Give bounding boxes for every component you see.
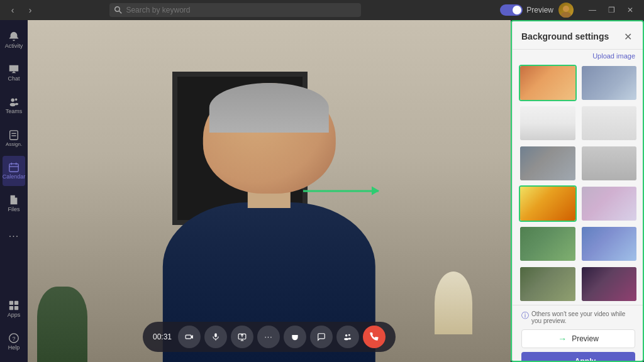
svg-point-0: [115, 7, 120, 12]
search-input[interactable]: [126, 6, 356, 14]
svg-point-32: [348, 337, 352, 339]
share-icon: [238, 332, 247, 341]
sidebar-item-more[interactable]: ···: [3, 221, 25, 251]
bg-thumb-1[interactable]: [519, 65, 577, 101]
arrow-line: [303, 190, 379, 192]
bg-thumb-10[interactable]: [580, 226, 638, 262]
video-background-plant: [37, 287, 87, 362]
svg-line-1: [119, 11, 122, 14]
info-icon: ⓘ: [521, 310, 529, 321]
bg-thumb-5[interactable]: [519, 145, 577, 182]
search-bar[interactable]: [109, 3, 361, 17]
svg-point-3: [561, 12, 571, 18]
sidebar-item-assignments-label: Assign.: [6, 142, 22, 148]
chat-icon: [8, 63, 19, 75]
bg-thumb-4-image: [582, 106, 637, 140]
help-icon: ?: [8, 332, 19, 344]
sidebar-item-teams[interactable]: Teams: [3, 90, 25, 121]
preview-button[interactable]: → Preview: [521, 329, 635, 348]
bg-thumb-10-image: [582, 227, 637, 261]
nav-forward-button[interactable]: ›: [23, 3, 38, 18]
mic-button[interactable]: [204, 326, 227, 348]
title-bar: ‹ › Preview — ❐ ✕: [0, 0, 644, 20]
bg-thumb-5-image: [520, 146, 575, 180]
bg-thumb-8-image: [582, 187, 637, 221]
sidebar-item-help-label: Help: [8, 345, 20, 351]
svg-point-29: [345, 334, 348, 337]
video-area: 00:31: [28, 20, 511, 362]
sidebar-item-help[interactable]: ? Help: [3, 327, 25, 357]
bg-thumb-11[interactable]: [519, 266, 577, 302]
person-head: [203, 83, 335, 194]
nav-back-button[interactable]: ‹: [5, 3, 20, 18]
sidebar-item-apps[interactable]: Apps: [3, 294, 25, 324]
calendar-icon: [8, 162, 19, 173]
svg-point-4: [11, 99, 14, 102]
bg-thumb-3-image: [520, 106, 575, 140]
svg-rect-23: [214, 333, 217, 337]
apply-button[interactable]: → Apply: [521, 352, 635, 362]
bg-thumb-4[interactable]: [580, 105, 638, 141]
sidebar-item-activity[interactable]: Activity: [3, 25, 25, 55]
svg-rect-18: [14, 306, 18, 310]
svg-point-6: [10, 103, 16, 106]
share-button[interactable]: [231, 326, 253, 348]
bg-panel-close-button[interactable]: ✕: [620, 29, 635, 44]
camera-icon: [185, 332, 194, 341]
camera-button[interactable]: [178, 326, 201, 348]
svg-rect-8: [10, 130, 18, 139]
bg-thumb-12[interactable]: [580, 266, 638, 302]
raise-hand-icon: [291, 332, 299, 341]
preview-arrow-icon: →: [558, 334, 567, 344]
raise-hand-button[interactable]: [284, 326, 306, 348]
chat-button[interactable]: [310, 326, 333, 348]
more-dots-icon: ···: [9, 231, 19, 242]
more-options-button[interactable]: ···: [257, 326, 280, 348]
bg-thumb-8[interactable]: [580, 185, 638, 222]
svg-point-7: [15, 103, 18, 106]
sidebar-item-chat[interactable]: Chat: [3, 58, 25, 88]
preview-toggle: Preview: [500, 4, 553, 16]
bg-settings-panel: Background settings ✕ Upload image: [511, 20, 644, 362]
bg-thumb-11-image: [520, 267, 575, 301]
assignments-icon: [8, 129, 19, 141]
sidebar-item-files-label: Files: [8, 207, 19, 213]
avatar-image: [558, 3, 574, 18]
video-feed: 00:31: [28, 20, 511, 362]
mic-icon: [211, 332, 220, 341]
end-call-button[interactable]: [363, 326, 386, 348]
svg-rect-16: [14, 301, 18, 305]
bg-panel-footer: ⓘ Others won't see your video while you …: [513, 305, 644, 362]
bg-thumb-2-image: [582, 66, 637, 100]
svg-rect-21: [186, 335, 191, 339]
footer-note-text: Others won't see your video while you pr…: [531, 310, 635, 324]
bg-thumb-9[interactable]: [519, 226, 577, 262]
sidebar-item-assignments[interactable]: Assign.: [3, 123, 25, 153]
svg-rect-15: [9, 301, 13, 305]
sidebar-item-activity-label: Activity: [5, 43, 23, 50]
bg-thumb-1-image: [520, 66, 575, 100]
sidebar-item-files[interactable]: Files: [3, 189, 25, 219]
bg-thumb-3[interactable]: [519, 105, 577, 141]
bg-thumb-2[interactable]: [580, 65, 638, 101]
close-button[interactable]: ✕: [621, 3, 639, 17]
restore-button[interactable]: ❐: [602, 3, 620, 17]
bg-thumb-6[interactable]: [580, 145, 638, 182]
svg-point-31: [344, 338, 348, 341]
bg-thumb-7-image: [520, 187, 575, 221]
call-timer: 00:31: [153, 332, 172, 341]
preview-toggle-switch[interactable]: [500, 4, 523, 16]
search-icon: [114, 6, 122, 14]
person-hair: [209, 83, 329, 133]
arrow-indicator: [303, 190, 379, 192]
nav-buttons: ‹ ›: [5, 3, 38, 18]
upload-image-button[interactable]: Upload image: [513, 50, 644, 62]
participants-icon: [343, 332, 352, 341]
main-layout: Activity Chat Teams Assign.: [0, 20, 644, 362]
avatar[interactable]: [558, 3, 574, 18]
bg-thumb-7[interactable]: [519, 185, 577, 222]
sidebar-item-calendar[interactable]: Calendar: [3, 156, 25, 186]
participants-button[interactable]: [336, 326, 359, 348]
bg-thumb-12-image: [582, 267, 637, 301]
minimize-button[interactable]: —: [584, 3, 601, 17]
